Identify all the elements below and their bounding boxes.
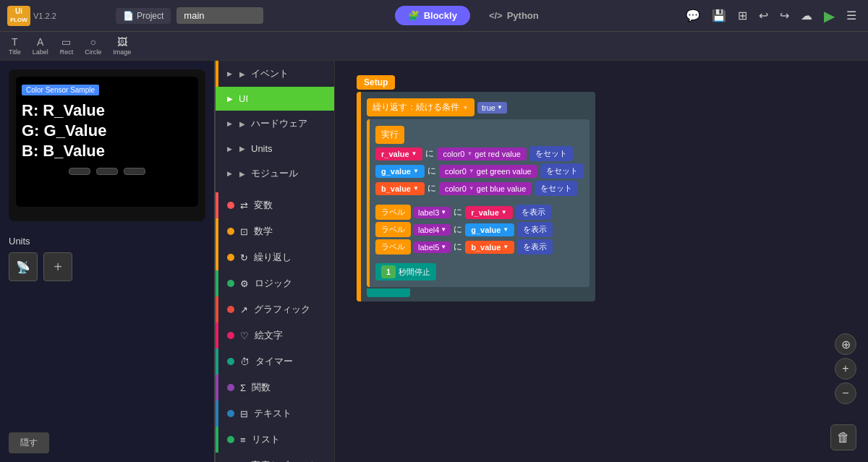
chat-icon-btn[interactable]: 💬 (683, 7, 703, 24)
true-dropdown[interactable]: true (477, 102, 507, 114)
trash-icon: 🗑 (837, 430, 850, 445)
math-dot (227, 228, 234, 235)
cat-list[interactable]: ≡ リスト (216, 427, 334, 453)
var-icon: ⇄ (240, 200, 248, 211)
cat-hardware[interactable]: ▶ ハードウェア (216, 111, 334, 137)
cat-timer[interactable]: ⏱ タイマー (216, 348, 334, 375)
hide-button[interactable]: 隠す (9, 432, 49, 453)
cat-ui[interactable]: ▶ UI (216, 87, 334, 111)
add-unit-btn[interactable]: + (43, 252, 72, 281)
cat-logic[interactable]: ⚙ ロジック (216, 270, 334, 296)
row2-block: g_value ▼ に color0 ▼ get green value をセッ… (375, 163, 584, 179)
text-dot (227, 410, 234, 417)
blocks-container: Setup 繰り返す：続ける条件 ▼ true 実行 (357, 75, 595, 301)
zoom-out-btn[interactable]: − (835, 382, 856, 404)
math-icon: ⊡ (240, 226, 248, 237)
trash-button[interactable]: 🗑 (830, 424, 856, 450)
cat-math[interactable]: ⊡ 数学 (216, 218, 334, 244)
logic-icon: ⚙ (240, 278, 249, 289)
cat-loop[interactable]: ↻ 繰り返し (216, 244, 334, 270)
cat-module[interactable]: ▶ モジュール (216, 161, 334, 187)
list-dot (227, 436, 234, 443)
python-tab[interactable]: </> Python (476, 6, 552, 25)
setup-block: Setup (357, 75, 395, 90)
g-value-var[interactable]: g_value ▼ (375, 165, 425, 178)
b-value-display-var[interactable]: b_value ▼ (465, 241, 514, 254)
sensor-title-label: Color Sensor Sample (22, 85, 99, 95)
label5-dd[interactable]: label5 (414, 241, 451, 253)
label3-dd[interactable]: label3 (414, 207, 451, 218)
exec-label-row: 実行 (375, 126, 584, 144)
title-widget-icon: T (12, 36, 18, 48)
units-icon: ▶ (239, 145, 245, 153)
sleep-num: 1 (381, 265, 396, 278)
row2-set: をセット (540, 163, 584, 179)
row6-display: を表示 (517, 239, 553, 254)
widget-image[interactable]: 🖼 Image (113, 36, 131, 56)
run-icon-btn[interactable]: ▶ (821, 6, 838, 26)
code-icon: </> (489, 10, 503, 21)
ui-icon: ▶ (227, 95, 233, 103)
zoom-fit-btn[interactable]: ⊕ (835, 333, 856, 355)
project-button[interactable]: 📄 Project (116, 8, 171, 24)
image-widget-icon: 🖼 (117, 36, 127, 48)
cloud-icon-btn[interactable]: ☁ (798, 7, 815, 24)
color0-red-block: color0 ▼ get red value (437, 147, 527, 161)
row4-display: を表示 (516, 205, 551, 220)
menu-icon-btn[interactable]: ☰ (843, 7, 859, 24)
widget-rect[interactable]: ▭ Rect (60, 36, 74, 56)
screen-btn-1[interactable] (69, 168, 90, 175)
app-logo: UiFLOW (7, 6, 30, 26)
hardware-icon: ▶ (239, 120, 245, 128)
redo-icon-btn[interactable]: ↪ (777, 7, 792, 24)
cat-advanced[interactable]: ▶ 高度なブロック (216, 453, 334, 462)
undo-icon-btn[interactable]: ↩ (756, 7, 771, 24)
loop-dot (227, 254, 234, 261)
puzzle-icon: 🧩 (408, 10, 420, 21)
cat-func[interactable]: Σ 関数 (216, 375, 334, 401)
cat-emoji[interactable]: ♡ 絵文字 (216, 322, 334, 348)
row5-block: ラベル label4 に g_value ▼ を表示 (375, 222, 584, 237)
save-icon-btn[interactable]: 💾 (709, 7, 729, 24)
cat-units[interactable]: ▶ Units (216, 137, 334, 161)
widget-title[interactable]: T Title (9, 36, 21, 56)
g-value-display-var[interactable]: g_value ▼ (465, 223, 514, 236)
g-value-row: G: G_Value (22, 121, 192, 140)
emoji-icon: ♡ (240, 330, 249, 341)
label-kw-5: ラベル (375, 222, 411, 237)
zoom-in-btn[interactable]: + (835, 358, 856, 380)
left-panel: Color Sensor Sample R: R_Value G: G_Valu… (0, 61, 216, 462)
row3-set: をセット (535, 181, 578, 196)
blockly-tab[interactable]: 🧩 Blockly (395, 6, 470, 25)
r-value-display-var[interactable]: r_value ▼ (465, 206, 512, 219)
loop-icon: ↻ (240, 252, 248, 263)
cat-text[interactable]: ⊟ テキスト (216, 401, 334, 427)
color0-green-block: color0 ▼ get green value (439, 165, 537, 178)
r-value-var[interactable]: r_value ▼ (375, 147, 422, 161)
list-icon: ≡ (240, 435, 246, 445)
widget-bar: T Title A Label ▭ Rect ○ Circle 🖼 Image (0, 32, 868, 61)
units-icons: 📡 + (9, 252, 205, 281)
widget-label[interactable]: A Label (33, 36, 48, 56)
preview-area: Color Sensor Sample R: R_Value G: G_Valu… (9, 69, 205, 221)
screen-btn-3[interactable] (124, 168, 145, 175)
circle-widget-icon: ○ (90, 36, 95, 48)
mode-tabs: 🧩 Blockly </> Python (263, 6, 683, 25)
row2-connector: に (427, 165, 436, 177)
top-bar: UiFLOW V1.2.2 📄 Project 🧩 Blockly </> Py… (0, 0, 868, 32)
label-kw-4: ラベル (375, 205, 411, 220)
screen-btn-2[interactable] (96, 168, 118, 175)
cat-graphic[interactable]: ↗ グラフィック (216, 296, 334, 322)
sensor-unit-btn[interactable]: 📡 (9, 252, 38, 281)
widget-circle[interactable]: ○ Circle (85, 36, 101, 56)
grid-icon-btn[interactable]: ⊞ (735, 7, 750, 24)
func-dot (227, 384, 234, 391)
label4-dd[interactable]: label4 (414, 224, 451, 236)
main-layout: Color Sensor Sample R: R_Value G: G_Valu… (0, 61, 868, 462)
cat-var[interactable]: ⇄ 変数 (216, 192, 334, 218)
b-value-var[interactable]: b_value ▼ (375, 182, 425, 195)
toolbar-icons: 💬 💾 ⊞ ↩ ↪ ☁ ▶ ☰ (683, 6, 868, 26)
cat-event[interactable]: ▶ イベント (216, 61, 334, 87)
label-widget-icon: A (37, 36, 43, 48)
scene-name-input[interactable] (176, 7, 263, 24)
